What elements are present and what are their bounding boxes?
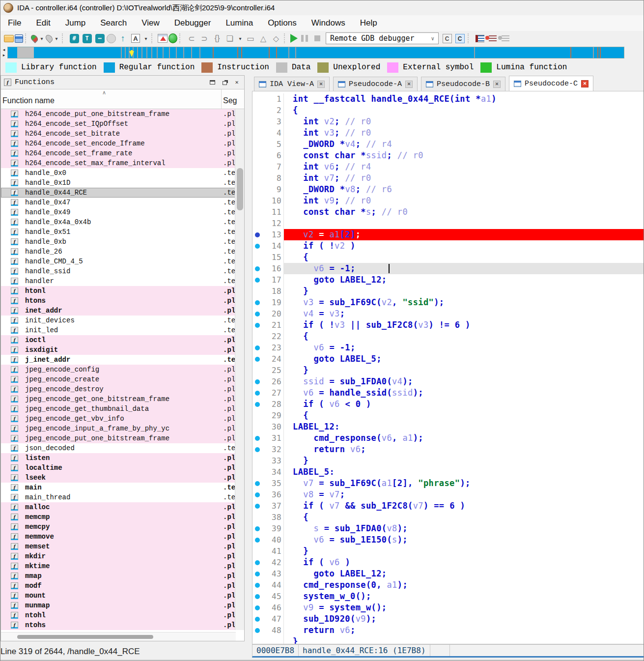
- code-line-16[interactable]: 16 v6 = -1;: [252, 263, 644, 274]
- menu-lumina[interactable]: Lumina: [218, 17, 260, 29]
- function-row-handle_CMD_4_5[interactable]: fhandle_CMD_4_5.text: [1, 257, 236, 266]
- function-row-handle_0x49[interactable]: fhandle_0x49.text: [1, 207, 236, 217]
- code-text[interactable]: v4 = v3;: [283, 308, 644, 319]
- function-row-j_inet_addr[interactable]: fj_inet_addr.text: [1, 355, 236, 365]
- code-text[interactable]: int v9; // r0: [283, 195, 644, 206]
- code-line-37[interactable]: 37 if ( v7 && sub_1F2C8(v7) == 6 ): [252, 500, 644, 512]
- code-text[interactable]: s = sub_1FDA0(v8);: [283, 523, 644, 534]
- code-text[interactable]: v6 = sub_1E150(s);: [283, 534, 644, 546]
- breakpoint-gutter[interactable]: [252, 399, 269, 410]
- jump-pin-icon[interactable]: [29, 33, 39, 43]
- breakpoint-gutter[interactable]: [252, 116, 269, 127]
- code-text[interactable]: LABEL_12:: [283, 421, 644, 432]
- code-text[interactable]: {: [283, 252, 644, 263]
- breakpoint-list-icon[interactable]: [474, 32, 486, 44]
- breakpoint-gutter[interactable]: [252, 297, 269, 308]
- tab-close-icon[interactable]: ✕: [581, 80, 588, 87]
- breakpoint-dot-icon[interactable]: [255, 572, 260, 576]
- code-line-29[interactable]: 29 {: [252, 410, 644, 421]
- breakpoint-gutter[interactable]: [252, 455, 269, 466]
- code-text[interactable]: }: [283, 455, 644, 466]
- breakpoint-dot-icon[interactable]: [255, 345, 260, 350]
- breakpoint-dot-icon[interactable]: [255, 605, 260, 610]
- code-text[interactable]: system_w_0();: [283, 591, 644, 602]
- data-badge-icon[interactable]: ⋯: [94, 32, 106, 44]
- breakpoint-dot-icon[interactable]: [255, 492, 260, 497]
- code-text[interactable]: int v6; // r4: [283, 161, 644, 172]
- code-text[interactable]: {: [283, 512, 644, 523]
- breakpoint-dot-icon[interactable]: [255, 538, 260, 543]
- code-line-7[interactable]: 7 int v6; // r4: [252, 161, 644, 172]
- code-line-8[interactable]: 8 int v7; // r0: [252, 172, 644, 184]
- code-line-2[interactable]: 2{: [252, 105, 644, 116]
- breakpoint-gutter[interactable]: [252, 421, 269, 432]
- tab-close-icon[interactable]: ✕: [493, 81, 501, 88]
- names-badge-icon[interactable]: #: [68, 32, 80, 44]
- breakpoint-dot-icon[interactable]: [255, 278, 260, 283]
- frame-icon[interactable]: ▭: [245, 32, 256, 44]
- column-function-name[interactable]: Function name: [2, 96, 55, 105]
- breakpoint-gutter[interactable]: [252, 353, 269, 365]
- function-row-ntohs[interactable]: fntohs.plt: [1, 620, 236, 630]
- code-text[interactable]: goto LABEL_5;: [283, 353, 644, 365]
- function-row-h264_encode_set_IQpOffset[interactable]: fh264_encode_set_IQpOffset.plt: [1, 119, 236, 129]
- windows-icon[interactable]: ❏: [224, 32, 236, 44]
- breakpoint-gutter[interactable]: [252, 127, 269, 139]
- nav-back-disabled-icon[interactable]: [107, 34, 116, 43]
- breakpoint-gutter[interactable]: [252, 286, 269, 297]
- chart-window-icon[interactable]: [158, 34, 168, 43]
- function-row-memset[interactable]: fmemset.plt: [1, 542, 236, 551]
- breakpoint-dot-icon[interactable]: [255, 526, 260, 531]
- breakpoint-dot-icon[interactable]: [255, 504, 260, 509]
- tab-pseudocode-b[interactable]: Pseudocode-B✕: [421, 77, 505, 91]
- breakpoint-dot-icon[interactable]: [255, 357, 260, 362]
- function-row-jpeg_encode_config[interactable]: fjpeg_encode_config.plt: [1, 365, 236, 374]
- function-row-h264_encode_set_max_frame_interval[interactable]: fh264_encode_set_max_frame_interval.plt: [1, 158, 236, 168]
- breakpoint-dot-icon[interactable]: [255, 447, 260, 452]
- breakpoint-dot-icon[interactable]: [255, 628, 260, 633]
- code-line-12[interactable]: 12: [252, 218, 644, 229]
- horizontal-scrollbar-thumb[interactable]: [17, 635, 153, 639]
- function-row-handle_0x51[interactable]: fhandle_0x51.text: [1, 227, 236, 237]
- code-text[interactable]: _DWORD *v8; // r6: [283, 184, 644, 195]
- breakpoint-gutter[interactable]: [252, 568, 269, 579]
- code-line-23[interactable]: 23 v6 = -1;: [252, 342, 644, 353]
- function-row-handle_ssid[interactable]: fhandle_ssid.text: [1, 266, 236, 276]
- code-text[interactable]: v6 = handle_ssid(ssid);: [283, 387, 644, 399]
- jump-up-icon[interactable]: ↑: [117, 32, 129, 44]
- code-line-24[interactable]: 24 goto LABEL_5;: [252, 353, 644, 365]
- code-line-41[interactable]: 41 }: [252, 546, 644, 557]
- breakpoint-dot-icon[interactable]: [255, 232, 260, 237]
- breakpoint-gutter[interactable]: [252, 534, 269, 546]
- code-text[interactable]: const char *ssid; // r0: [283, 150, 644, 161]
- code-line-31[interactable]: 31 cmd_response(v6, a1);: [252, 432, 644, 444]
- function-row-handle_0x44_RCE[interactable]: fhandle_0x44_RCE.text: [1, 188, 236, 198]
- breakpoint-dot-icon[interactable]: [255, 402, 260, 407]
- code-line-17[interactable]: 17 goto LABEL_12;: [252, 274, 644, 286]
- function-row-memcpy[interactable]: fmemcpy.plt: [1, 522, 236, 532]
- code-text[interactable]: {: [283, 105, 644, 116]
- breakpoint-dot-icon[interactable]: [255, 560, 260, 565]
- debugger-combo[interactable]: Remote GDB debugger∨: [326, 32, 439, 44]
- breakpoint-dot-icon[interactable]: [255, 617, 260, 622]
- code-line-44[interactable]: 44 cmd_response(0, a1);: [252, 579, 644, 591]
- function-row-init_led[interactable]: finit_led.text: [1, 325, 236, 335]
- menu-view[interactable]: View: [134, 17, 167, 29]
- code-line-46[interactable]: 46 v9 = system_w();: [252, 602, 644, 613]
- code-line-1[interactable]: 1int __fastcall handle_0x44_RCE(int *a1): [252, 93, 644, 105]
- function-row-h264_encode_put_one_bitstream_frame[interactable]: fh264_encode_put_one_bitstream_frame.plt: [1, 109, 236, 119]
- code-text[interactable]: [283, 218, 644, 229]
- breakpoint-gutter[interactable]: [252, 365, 269, 376]
- function-row-handle_0x1D[interactable]: fhandle_0x1D.text: [1, 178, 236, 188]
- breakpoint-gutter[interactable]: [252, 376, 269, 387]
- code-text[interactable]: v9 = system_w();: [283, 602, 644, 613]
- code-line-10[interactable]: 10 int v9; // r0: [252, 195, 644, 206]
- breakpoint-gutter[interactable]: [252, 387, 269, 399]
- code-line-9[interactable]: 9 _DWORD *v8; // r6: [252, 184, 644, 195]
- code-text[interactable]: return v6;: [283, 444, 644, 455]
- breakpoint-gutter[interactable]: [252, 410, 269, 421]
- function-row-handle_0x0[interactable]: fhandle_0x0.text: [1, 168, 236, 178]
- code-line-47[interactable]: 47 sub_1D920(v9);: [252, 613, 644, 625]
- breakpoint-gutter[interactable]: [252, 546, 269, 557]
- code-line-42[interactable]: 42 if ( v6 ): [252, 557, 644, 568]
